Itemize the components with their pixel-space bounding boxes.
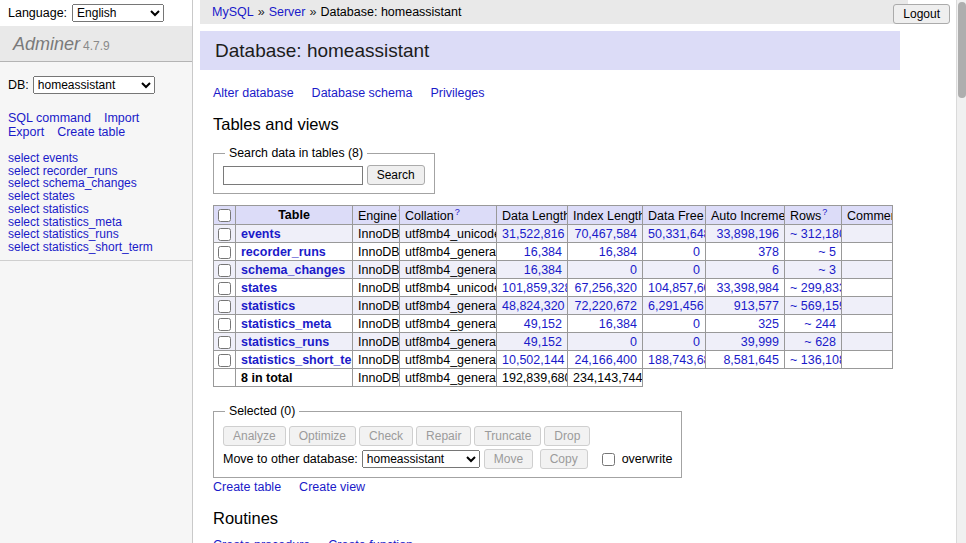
rows-link[interactable]: ~ 244 [804, 317, 836, 331]
auto-increment-link[interactable]: 378 [758, 245, 779, 259]
sidebar-select-statistics-short-term[interactable]: select statistics_short_term [8, 241, 190, 254]
create-procedure[interactable]: Create procedure [213, 538, 310, 543]
copy-button[interactable]: Copy [540, 449, 588, 469]
sidebar-action-sql-command[interactable]: SQL command [8, 111, 91, 125]
data-free-link[interactable]: 6,291,456 [648, 299, 704, 313]
database-schema[interactable]: Database schema [312, 86, 413, 100]
create-table[interactable]: Create table [213, 480, 281, 494]
move-button[interactable]: Move [484, 449, 533, 469]
rows-link[interactable]: ~ 5 [818, 245, 836, 259]
table-link-schema-changes[interactable]: schema_changes [241, 263, 345, 277]
table-link-recorder-runs[interactable]: recorder_runs [241, 245, 326, 259]
auto-increment-link[interactable]: 39,999 [741, 335, 779, 349]
data-length-link[interactable]: 101,859,328 [502, 281, 568, 295]
row-checkbox[interactable] [218, 336, 231, 349]
table-link-statistics-short-term[interactable]: statistics_short_term [241, 353, 353, 367]
data-free-link[interactable]: 0 [693, 317, 700, 331]
index-length-link[interactable]: 0 [630, 335, 637, 349]
table-link-states[interactable]: states [241, 281, 277, 295]
table-link-statistics[interactable]: statistics [241, 299, 295, 313]
sidebar-select-statistics[interactable]: select statistics [8, 203, 190, 216]
row-checkbox[interactable] [218, 246, 231, 259]
help-link[interactable]: ? [455, 207, 460, 217]
index-length-link[interactable]: 16,384 [599, 317, 637, 331]
data-length-link[interactable]: 48,824,320 [502, 299, 565, 313]
auto-increment-link[interactable]: 6 [772, 263, 779, 277]
data-free-link[interactable]: 50,331,648 [648, 227, 706, 241]
create-view[interactable]: Create view [299, 480, 365, 494]
language-select[interactable]: English [72, 4, 164, 22]
db-select[interactable]: homeassistant [33, 76, 155, 94]
drop-button[interactable]: Drop [544, 426, 590, 446]
sidebar-select-events[interactable]: select events [8, 152, 190, 165]
check-button[interactable]: Check [359, 426, 413, 446]
rows-link[interactable]: ~ 3 [818, 263, 836, 277]
rows-link[interactable]: ~ 628 [804, 335, 836, 349]
sidebar-action-create-table[interactable]: Create table [57, 125, 125, 139]
table-row: statistics_runsInnoDButf8mb4_general_ci4… [214, 333, 893, 351]
rows-link[interactable]: ~ 569,159 [790, 299, 842, 313]
row-checkbox[interactable] [218, 318, 231, 331]
table-link-statistics-runs[interactable]: statistics_runs [241, 335, 329, 349]
index-length-link[interactable]: 16,384 [599, 245, 637, 259]
data-length-link[interactable]: 31,522,816 [502, 227, 565, 241]
sidebar-select-states[interactable]: select states [8, 190, 190, 203]
overwrite-checkbox[interactable] [602, 453, 615, 466]
row-select-cell [214, 225, 236, 243]
search-input[interactable] [223, 166, 363, 185]
breadcrumb-link-mysql[interactable]: MySQL [212, 5, 254, 19]
vertical-scrollbar[interactable] [956, 0, 966, 543]
row-checkbox[interactable] [218, 228, 231, 241]
analyze-button[interactable]: Analyze [223, 426, 286, 446]
data-free-link[interactable]: 0 [693, 245, 700, 259]
data-length-cell: 48,824,320 [497, 297, 568, 315]
create-function[interactable]: Create function [328, 538, 413, 543]
data-length-link[interactable]: 49,152 [524, 317, 562, 331]
alter-database[interactable]: Alter database [213, 86, 294, 100]
data-free-link[interactable]: 0 [693, 335, 700, 349]
row-checkbox[interactable] [218, 354, 231, 367]
sidebar-action-export[interactable]: Export [8, 125, 44, 139]
truncate-button[interactable]: Truncate [474, 426, 541, 446]
move-db-select[interactable]: homeassistant [362, 450, 480, 468]
data-length-link[interactable]: 10,502,144 [502, 353, 565, 367]
data-length-link[interactable]: 16,384 [524, 245, 562, 259]
rows-link[interactable]: ~ 299,833 [790, 281, 842, 295]
auto-increment-link[interactable]: 33,398,984 [716, 281, 779, 295]
column-header-rows: Rows? [785, 206, 842, 225]
data-free-link[interactable]: 104,857,600 [648, 281, 706, 295]
index-length-link[interactable]: 72,220,672 [574, 299, 637, 313]
table-name-cell: events [236, 225, 353, 243]
row-checkbox[interactable] [218, 264, 231, 277]
auto-increment-link[interactable]: 33,898,196 [716, 227, 779, 241]
breadcrumb-link-server[interactable]: Server [269, 5, 306, 19]
row-checkbox[interactable] [218, 282, 231, 295]
rows-link[interactable]: ~ 136,108 [790, 353, 842, 367]
auto-increment-link[interactable]: 8,581,645 [723, 353, 779, 367]
table-link-statistics-meta[interactable]: statistics_meta [241, 317, 331, 331]
logout-button[interactable]: Logout [893, 4, 950, 24]
privileges[interactable]: Privileges [430, 86, 484, 100]
adminer-home-link[interactable]: Adminer [13, 34, 80, 54]
index-length-link[interactable]: 24,166,400 [574, 353, 637, 367]
auto-increment-link[interactable]: 913,577 [734, 299, 779, 313]
select-all-checkbox[interactable] [218, 209, 231, 222]
index-length-link[interactable]: 70,467,584 [574, 227, 637, 241]
data-free-cell: 104,857,600 [643, 279, 706, 297]
index-length-link[interactable]: 67,256,320 [574, 281, 637, 295]
data-free-link[interactable]: 0 [693, 263, 700, 277]
data-length-link[interactable]: 49,152 [524, 335, 562, 349]
table-link-events[interactable]: events [241, 227, 281, 241]
search-button[interactable]: Search [367, 165, 425, 185]
help-link[interactable]: ? [822, 207, 827, 217]
scrollbar-thumb[interactable] [958, 2, 966, 98]
data-length-link[interactable]: 16,384 [524, 263, 562, 277]
repair-button[interactable]: Repair [416, 426, 471, 446]
optimize-button[interactable]: Optimize [289, 426, 356, 446]
sidebar-action-import[interactable]: Import [104, 111, 139, 125]
index-length-link[interactable]: 0 [630, 263, 637, 277]
row-checkbox[interactable] [218, 300, 231, 313]
auto-increment-link[interactable]: 325 [758, 317, 779, 331]
data-free-link[interactable]: 188,743,680 [648, 353, 706, 367]
rows-link[interactable]: ~ 312,180 [790, 227, 842, 241]
